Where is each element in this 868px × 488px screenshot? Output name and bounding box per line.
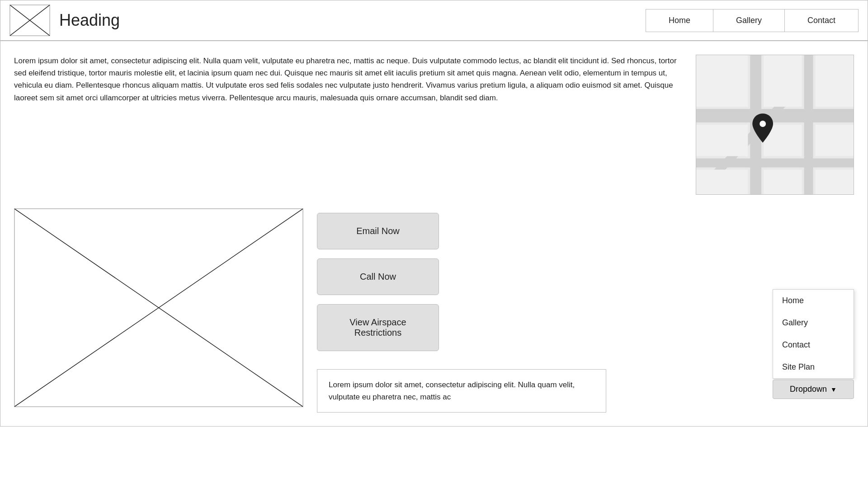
main-content: Lorem ipsum dolor sit amet, consectetur … xyxy=(0,41,868,427)
header: Heading Home Gallery Contact xyxy=(0,0,868,41)
call-now-button[interactable]: Call Now xyxy=(317,258,439,295)
svg-rect-17 xyxy=(815,169,854,194)
dropdown-container: Home Gallery Contact Site Plan Dropdown … xyxy=(773,289,854,399)
svg-rect-7 xyxy=(804,55,813,194)
map-widget xyxy=(696,55,854,195)
dropdown-item-siteplan[interactable]: Site Plan xyxy=(773,356,854,378)
nav-gallery[interactable]: Gallery xyxy=(713,9,784,32)
airspace-button[interactable]: View Airspace Restrictions xyxy=(317,304,439,351)
svg-rect-12 xyxy=(696,125,748,156)
dropdown-item-home[interactable]: Home xyxy=(773,290,854,312)
nav-home[interactable]: Home xyxy=(646,9,713,32)
logo xyxy=(9,5,50,36)
svg-rect-10 xyxy=(764,55,802,107)
dropdown-item-gallery[interactable]: Gallery xyxy=(773,312,854,334)
nav-contact[interactable]: Contact xyxy=(784,9,858,32)
site-heading: Heading xyxy=(59,11,637,30)
dropdown-menu: Home Gallery Contact Site Plan xyxy=(773,289,854,379)
top-section: Lorem ipsum dolor sit amet, consectetur … xyxy=(14,55,854,195)
bottom-text-box: Lorem ipsum dolor sit amet, consectetur … xyxy=(317,369,606,413)
email-now-button[interactable]: Email Now xyxy=(317,213,439,249)
svg-rect-15 xyxy=(696,169,748,194)
dropdown-toggle-button[interactable]: Dropdown ▼ xyxy=(773,380,854,399)
svg-rect-16 xyxy=(764,169,802,194)
image-placeholder xyxy=(14,208,303,407)
bottom-text: Lorem ipsum dolor sit amet, consectetur … xyxy=(329,379,594,403)
dropdown-arrow-icon: ▼ xyxy=(830,386,837,393)
svg-rect-11 xyxy=(815,55,854,107)
svg-rect-9 xyxy=(696,55,748,107)
svg-point-19 xyxy=(760,121,766,127)
body-text: Lorem ipsum dolor sit amet, consectetur … xyxy=(14,55,682,104)
svg-rect-14 xyxy=(815,125,854,156)
dropdown-label: Dropdown xyxy=(790,385,827,394)
nav-bar: Home Gallery Contact xyxy=(646,9,859,32)
dropdown-item-contact[interactable]: Contact xyxy=(773,334,854,356)
middle-section: Email Now Call Now View Airspace Restric… xyxy=(14,208,854,413)
